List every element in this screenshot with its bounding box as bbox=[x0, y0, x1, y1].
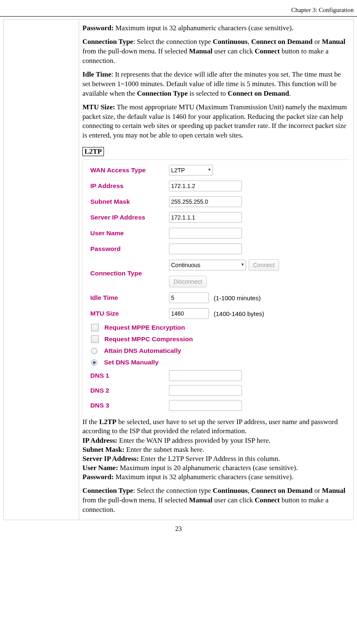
dns3-label: DNS 3 bbox=[87, 402, 169, 409]
dns2-row: DNS 2 bbox=[87, 385, 350, 396]
l2tp-heading: L2TP bbox=[82, 147, 104, 156]
idle-time-desc: Idle Time: It represents that the device… bbox=[82, 70, 350, 99]
subnet-mask-label: Subnet Mask bbox=[87, 198, 169, 205]
dns2-input[interactable] bbox=[169, 385, 242, 396]
disconnect-button[interactable]: Disconnect bbox=[169, 276, 207, 287]
mppe-checkbox[interactable] bbox=[91, 324, 99, 331]
dns-auto-radio[interactable] bbox=[91, 348, 97, 354]
dns2-label: DNS 2 bbox=[87, 387, 169, 394]
right-side-cell: Password: Maximum input is 32 alphanumer… bbox=[79, 19, 354, 520]
connection-type-label: Connection Type bbox=[87, 270, 169, 277]
l2tp-intro: If the L2TP be selected, user have to se… bbox=[82, 417, 350, 436]
connect-button[interactable]: Connect bbox=[248, 259, 279, 271]
server-ip-desc: Server IP Address: Enter the L2TP Server… bbox=[82, 454, 350, 463]
user-name-input[interactable] bbox=[169, 228, 242, 239]
dns-auto-row: Attain DNS Automatically bbox=[87, 347, 350, 355]
subnet-mask-row: Subnet Mask bbox=[87, 196, 350, 207]
connection-type-desc: Connection Type: Select the connection t… bbox=[82, 37, 350, 66]
ip-address-desc: IP Address: Enter the WAN IP address pro… bbox=[82, 436, 350, 445]
dns-manual-label: Set DNS Manually bbox=[104, 359, 159, 366]
dns1-row: DNS 1 bbox=[87, 370, 350, 381]
mppe-row: Request MPPE Encryption bbox=[87, 324, 350, 331]
page-number: 23 bbox=[0, 525, 357, 533]
mtu-size-desc: MTU Size: The most appropriate MTU (Maxi… bbox=[82, 103, 350, 141]
password-row: Password bbox=[87, 244, 350, 254]
mtu-size-input[interactable] bbox=[169, 308, 209, 319]
user-name-label: User Name bbox=[87, 229, 169, 237]
wan-access-label: WAN Access Type bbox=[87, 166, 169, 174]
mtu-size-label: MTU Size bbox=[87, 310, 169, 317]
server-ip-row: Server IP Address bbox=[87, 212, 350, 223]
password-desc-bottom: Password: Maximum input is 32 alphanumer… bbox=[82, 473, 350, 482]
mppc-checkbox[interactable] bbox=[91, 335, 99, 343]
ip-address-input[interactable] bbox=[169, 181, 242, 191]
connection-type-desc-bottom: Connection Type: Select the connection t… bbox=[82, 486, 350, 515]
connection-type-select[interactable]: Continuous bbox=[169, 260, 246, 270]
l2tp-form-screenshot: WAN Access Type L2TP IP Address Subnet M… bbox=[82, 159, 350, 415]
password-input[interactable] bbox=[169, 244, 242, 254]
idle-time-row: Idle Time (1-1000 minutes) bbox=[87, 292, 350, 303]
server-ip-label: Server IP Address bbox=[87, 214, 169, 221]
idle-time-hint: (1-1000 minutes) bbox=[214, 294, 261, 301]
user-name-row: User Name bbox=[87, 228, 350, 239]
mppc-row: Request MPPC Compression bbox=[87, 335, 350, 343]
wan-access-select[interactable]: L2TP bbox=[169, 165, 213, 176]
idle-time-input[interactable] bbox=[169, 292, 209, 303]
password-desc: Password: Maximum input is 32 alphanumer… bbox=[82, 24, 350, 33]
dns-manual-radio[interactable] bbox=[91, 359, 97, 366]
left-side-cell bbox=[3, 19, 79, 520]
server-ip-input[interactable] bbox=[169, 212, 242, 223]
user-name-desc: User Name: Maximum input is 20 alphanume… bbox=[82, 463, 350, 473]
mtu-size-row: MTU Size (1400-1460 bytes) bbox=[87, 308, 350, 319]
page-header: Chapter 3: Configuration bbox=[0, 4, 357, 17]
idle-time-label: Idle Time bbox=[87, 294, 169, 301]
dns3-input[interactable] bbox=[169, 400, 242, 411]
mppc-label: Request MPPC Compression bbox=[104, 335, 193, 343]
dns3-row: DNS 3 bbox=[87, 400, 350, 411]
mtu-size-hint: (1400-1460 bytes) bbox=[214, 310, 264, 317]
wan-access-row: WAN Access Type L2TP bbox=[87, 165, 350, 176]
dns-manual-row: Set DNS Manually bbox=[87, 359, 350, 366]
chapter-title: Chapter 3: Configuration bbox=[291, 7, 354, 13]
dns-auto-label: Attain DNS Automatically bbox=[104, 347, 181, 355]
dns1-label: DNS 1 bbox=[87, 372, 169, 379]
dns1-input[interactable] bbox=[169, 370, 242, 381]
password-label: Password bbox=[87, 245, 169, 253]
subnet-mask-desc: Subnet Mask: Enter the subnet mask here. bbox=[82, 445, 350, 454]
ip-address-label: IP Address bbox=[87, 182, 169, 190]
ip-address-row: IP Address bbox=[87, 181, 350, 191]
subnet-mask-input[interactable] bbox=[169, 196, 242, 207]
connection-type-row: Connection Type Continuous Connect Disco… bbox=[87, 259, 350, 287]
mppe-label: Request MPPE Encryption bbox=[104, 324, 185, 331]
content-table: Password: Maximum input is 32 alphanumer… bbox=[3, 19, 354, 520]
